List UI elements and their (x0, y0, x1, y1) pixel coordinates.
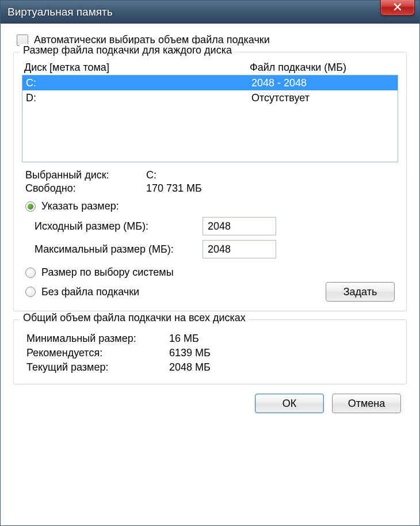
initial-size-label: Исходный размер (МБ): (35, 220, 203, 232)
initial-size-input[interactable] (203, 217, 276, 235)
per-drive-group-title: Размер файла подкачки для каждого диска (20, 44, 235, 56)
paging-cell: Отсутствует (251, 91, 310, 105)
max-size-label: Максимальный размер (МБ): (35, 243, 203, 256)
radio-custom-size[interactable] (25, 201, 36, 212)
recommended-value: 6139 МБ (169, 347, 211, 359)
column-drive-header: Диск [метка тома] (24, 62, 250, 74)
virtual-memory-dialog: Виртуальная память Автоматически выбират… (0, 0, 420, 526)
drive-cell: D: (26, 91, 251, 105)
radio-no-paging[interactable] (25, 287, 36, 297)
drive-listbox[interactable]: C: 2048 - 2048 D: Отсутствует (22, 75, 398, 162)
min-size-value: 16 МБ (169, 333, 199, 345)
drive-cell: C: (26, 76, 251, 90)
selected-drive-label: Выбранный диск: (25, 169, 146, 181)
close-button[interactable] (380, 0, 415, 16)
free-space-value: 170 731 МБ (146, 182, 202, 195)
window-title: Виртуальная память (7, 6, 113, 18)
totals-group-title: Общий объем файла подкачки на всех диска… (20, 312, 249, 324)
radio-no-paging-label: Без файла подкачки (41, 286, 139, 298)
radio-custom-size-label: Указать размер: (41, 200, 119, 212)
paging-cell: 2048 - 2048 (251, 76, 307, 90)
radio-system-size[interactable] (25, 268, 36, 278)
max-size-input[interactable] (203, 240, 276, 258)
recommended-label: Рекомендуется: (26, 347, 169, 359)
cancel-button[interactable]: Отмена (332, 394, 401, 413)
titlebar[interactable]: Виртуальная память (1, 1, 419, 24)
set-button[interactable]: Задать (326, 282, 395, 302)
close-icon (394, 3, 402, 11)
selected-drive-value: C: (146, 169, 156, 181)
per-drive-group: Размер файла подкачки для каждого диска … (13, 52, 407, 311)
current-size-label: Текущий размер: (26, 361, 169, 373)
column-paging-header: Файл подкачки (МБ) (250, 62, 346, 74)
list-item[interactable]: C: 2048 - 2048 (22, 75, 398, 90)
totals-group: Общий объем файла подкачки на всех диска… (13, 319, 407, 384)
ok-button[interactable]: ОК (255, 394, 324, 413)
free-space-label: Свободно: (25, 182, 146, 195)
radio-system-size-label: Размер по выбору системы (41, 266, 174, 279)
min-size-label: Минимальный размер: (26, 333, 169, 345)
current-size-value: 2048 МБ (169, 361, 211, 373)
list-item[interactable]: D: Отсутствует (22, 90, 398, 105)
dialog-content: Автоматически выбирать объем файла подка… (1, 24, 419, 422)
